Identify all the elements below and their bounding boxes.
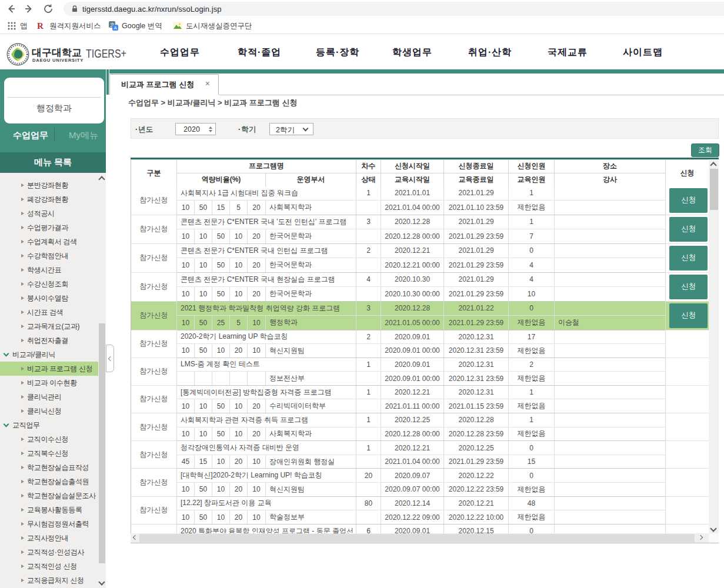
sidebar-collapse-handle[interactable] [106, 345, 114, 372]
top-nav-item-6[interactable]: 사이트맵 [623, 46, 663, 59]
sidebar-menu-item-25[interactable]: 교직사정안내 [0, 531, 98, 545]
cell-apply-count: 17 [509, 330, 555, 344]
top-nav-item-5[interactable]: 국제교류 [548, 46, 588, 59]
bookmark-item-3[interactable]: 도시재생실증연구단 [173, 18, 252, 34]
forward-icon[interactable] [23, 3, 35, 15]
top-nav-item-2[interactable]: 등록·장학 [316, 46, 359, 59]
program-row-12: 참가신청2020 특화분야 융복합 인재양성 프로그램 - 동문 졸업선6202… [131, 524, 709, 533]
menu-item-label: 교과목개요(교과) [27, 322, 79, 332]
bookmark-item-1[interactable]: R원격지원서비스 [36, 18, 101, 34]
cell-edu-end: 2021.01.29 23:59 [444, 258, 509, 273]
cell-apply: 신청 [666, 301, 709, 330]
cell-round: 4 [356, 272, 381, 287]
bookmark-item-0[interactable]: 앱 [7, 18, 28, 34]
cell-edu-end: 2021.01.29 23:59 [444, 316, 509, 330]
spinner-up-icon[interactable] [209, 126, 212, 129]
cell-dept: 장애인위원회 행정실 [266, 455, 356, 469]
sidebar-scrollbar-thumb[interactable] [99, 323, 105, 563]
bookmark-item-2[interactable]: 文AGoogle 번역 [109, 18, 162, 34]
sidebar-menu-item-7[interactable]: 수강신청조회 [0, 277, 98, 291]
sidebar-menu-item-19[interactable]: 교직복수신청 [0, 446, 98, 460]
sidebar-menu-item-12[interactable]: 비교과/클리닉 [0, 348, 98, 362]
cell-state [356, 510, 381, 524]
tab-close-icon[interactable]: × [205, 79, 210, 88]
sidebar-menu-item-3[interactable]: 수업평가결과 [0, 220, 98, 235]
sidebar-menu-item-21[interactable]: 학교현장실습출석원 [0, 475, 98, 489]
grid-horizontal-scrollbar[interactable] [131, 533, 709, 543]
apply-button[interactable]: 신청 [669, 217, 708, 242]
cell-place [555, 330, 666, 344]
scroll-left-icon[interactable] [133, 535, 138, 540]
sidebar-tab-work[interactable]: 수업업무 [13, 130, 48, 141]
sidebar-menu-item-10[interactable]: 교과목개요(교과) [0, 319, 98, 333]
sidebar-menu-item-20[interactable]: 학교현장실습표작성 [0, 460, 98, 475]
sidebar-menu-item-22[interactable]: 학교현장실습설문조사 [0, 489, 98, 503]
scroll-down-icon[interactable] [710, 525, 716, 532]
cell-program-name: [12.22] 창파도서관 이용 교육 [177, 496, 356, 510]
sidebar-menu-item-13[interactable]: 비교과 프로그램 신청 [0, 362, 98, 376]
cell-gubun: 참가신청 [131, 469, 177, 496]
sidebar-menu-item-24[interactable]: 무시험검정원서출력 [0, 517, 98, 531]
menu-item-label: 교직복수신청 [27, 449, 68, 459]
sidebar-menu-item-28[interactable]: 교직응급처지 신청 [0, 573, 98, 587]
sidebar-menu-item-17[interactable]: 교직업무 [0, 418, 98, 432]
sidebar-menu-item-15[interactable]: 클리닉관리 [0, 390, 98, 404]
sidebar-tab-mymenu[interactable]: My메뉴 [69, 130, 98, 141]
back-icon[interactable] [5, 3, 17, 15]
sidebar-menu-item-2[interactable]: 성적공시 [0, 206, 98, 220]
scroll-up-icon[interactable] [710, 162, 716, 168]
cell-program-name: [대학혁신]2020-2학기 Learning UP! 학습코칭 [177, 469, 356, 483]
grid-hscrollbar-thumb[interactable] [139, 534, 695, 542]
sidebar-menu-item-9[interactable]: 시간표 검색 [0, 305, 98, 319]
scroll-right-icon[interactable] [698, 535, 703, 540]
cell-state [356, 316, 381, 330]
sidebar-scrollbar[interactable] [98, 173, 106, 588]
sidebar-menu-item-1[interactable]: 폐강강좌현황 [0, 192, 98, 206]
sidebar-menu-item-0[interactable]: 분반강좌현황 [0, 178, 98, 192]
sidebar-menu-item-14[interactable]: 비교과 이수현황 [0, 376, 98, 390]
grid-vscrollbar-thumb[interactable] [710, 169, 718, 210]
sidebar-menu-item-11[interactable]: 취업전자출결 [0, 333, 98, 348]
cell-state [356, 399, 381, 413]
page-tab-label: 비교과 프로그램 신청 [121, 79, 194, 90]
sidebar-menu-item-26[interactable]: 교직적성·인성검사 [0, 545, 98, 559]
cell-place [555, 413, 666, 427]
scroll-down-icon[interactable] [98, 579, 105, 585]
sidebar-menu-item-27[interactable]: 교직적인성 신청 [0, 559, 98, 573]
triangle-right-icon [21, 466, 24, 469]
grid-vertical-scrollbar[interactable] [709, 159, 719, 534]
sidebar-menu-item-4[interactable]: 수업계획서 검색 [0, 235, 98, 249]
top-nav-item-4[interactable]: 취업·산학 [468, 46, 512, 59]
program-row-sub-0: 105015520사회복지학과2021.01.04 00:002021.01.1… [131, 201, 709, 215]
cell-gubun: 참가신청 [131, 496, 177, 524]
url-bar[interactable]: tigersstd.daegu.ac.kr/nxrun/ssoLogin.jsp [64, 2, 724, 16]
apply-button[interactable]: 신청 [669, 188, 708, 213]
cell-ratio: 10 [248, 344, 266, 358]
semester-select[interactable]: 2학기 [269, 123, 313, 135]
apply-button[interactable]: 신청 [669, 246, 708, 270]
top-nav-item-1[interactable]: 학적·졸업 [238, 46, 281, 59]
scroll-up-icon[interactable] [98, 176, 105, 182]
sidebar-menu-item-5[interactable]: 수강학점안내 [0, 249, 98, 263]
spinner-down-icon[interactable] [209, 130, 212, 132]
page-tab[interactable]: 비교과 프로그램 신청 × [109, 74, 219, 95]
cell-edu-end: 2021.01.10 23:59 [444, 201, 509, 215]
university-seal-icon[interactable] [6, 43, 29, 66]
apply-button[interactable]: 신청 [669, 303, 708, 328]
menu-item-label: 수업계획서 검색 [27, 237, 77, 247]
menu-item-label: 교직적성·인성검사 [27, 547, 84, 557]
top-nav-item-3[interactable]: 학생업무 [392, 46, 432, 59]
sidebar-menu-item-18[interactable]: 교직이수신청 [0, 432, 98, 446]
cell-edu-start: 2020.09.01 00:00 [381, 344, 444, 358]
sidebar-menu-item-23[interactable]: 교육봉사활동등록 [0, 503, 98, 517]
year-spinner[interactable]: 2020 [175, 123, 216, 135]
sidebar-menu-item-16[interactable]: 클리닉신청 [0, 404, 98, 418]
portal-brand[interactable]: TIGERS+ [86, 47, 126, 61]
apply-button[interactable]: 신청 [669, 275, 708, 299]
sidebar-tabs: 수업업무 My메뉴 [0, 126, 106, 152]
sidebar-menu-item-6[interactable]: 학생시간표 [0, 263, 98, 277]
top-nav-item-0[interactable]: 수업업무 [160, 46, 200, 59]
search-button[interactable]: 조회 [691, 143, 719, 157]
refresh-icon[interactable] [42, 3, 54, 15]
sidebar-menu-item-8[interactable]: 봉사이수열람 [0, 291, 98, 305]
